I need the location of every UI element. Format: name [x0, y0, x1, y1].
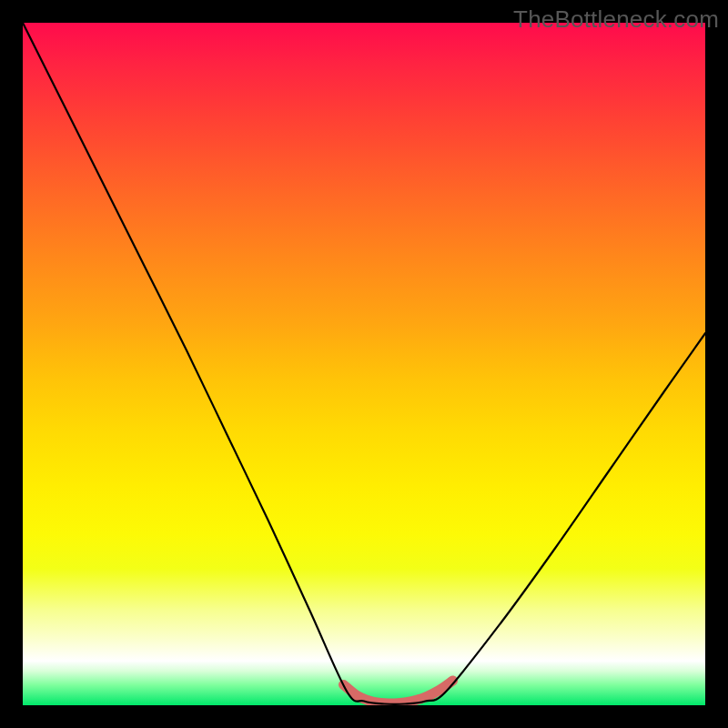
watermark-text: TheBottleneck.com	[513, 5, 719, 34]
plot-area	[23, 23, 705, 705]
chart-stage: TheBottleneck.com	[0, 0, 728, 728]
curve-layer	[23, 23, 705, 705]
bottleneck-curve	[23, 23, 705, 704]
